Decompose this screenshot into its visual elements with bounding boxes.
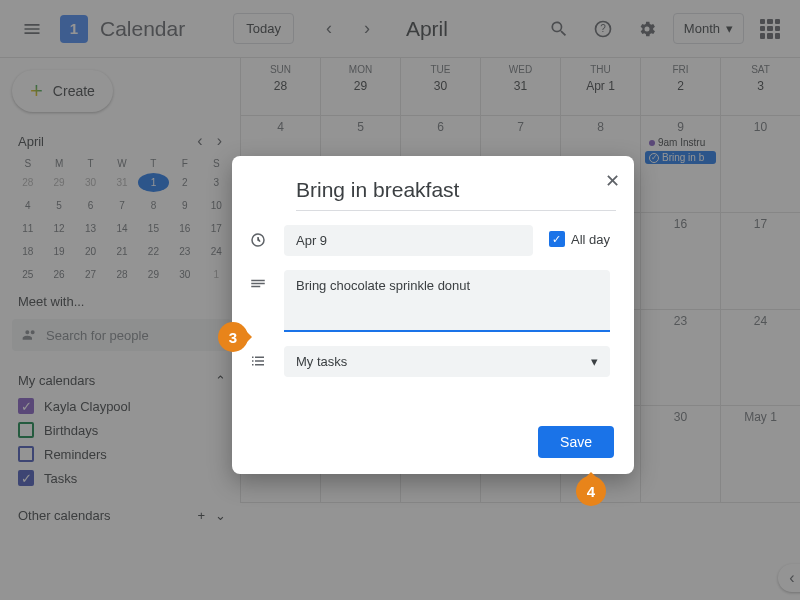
description-icon [248, 270, 268, 294]
clock-icon [248, 225, 268, 249]
task-dialog: ✕ Apr 9 ✓ All day Bring chocolate sprink… [232, 156, 634, 474]
task-list-value: My tasks [296, 354, 347, 369]
save-button[interactable]: Save [538, 426, 614, 458]
allday-label: All day [571, 232, 610, 247]
date-field[interactable]: Apr 9 [284, 225, 533, 256]
dropdown-icon: ▾ [591, 354, 598, 369]
checkbox-checked-icon: ✓ [549, 231, 565, 247]
tutorial-callout-3: 3 [218, 322, 248, 352]
description-input[interactable]: Bring chocolate sprinkle donut [284, 270, 610, 332]
task-list-select[interactable]: My tasks ▾ [284, 346, 610, 377]
task-title-input[interactable] [296, 172, 616, 211]
list-icon [248, 346, 268, 370]
tutorial-callout-4: 4 [576, 476, 606, 506]
allday-checkbox[interactable]: ✓ All day [549, 225, 610, 247]
close-icon[interactable]: ✕ [605, 170, 620, 192]
